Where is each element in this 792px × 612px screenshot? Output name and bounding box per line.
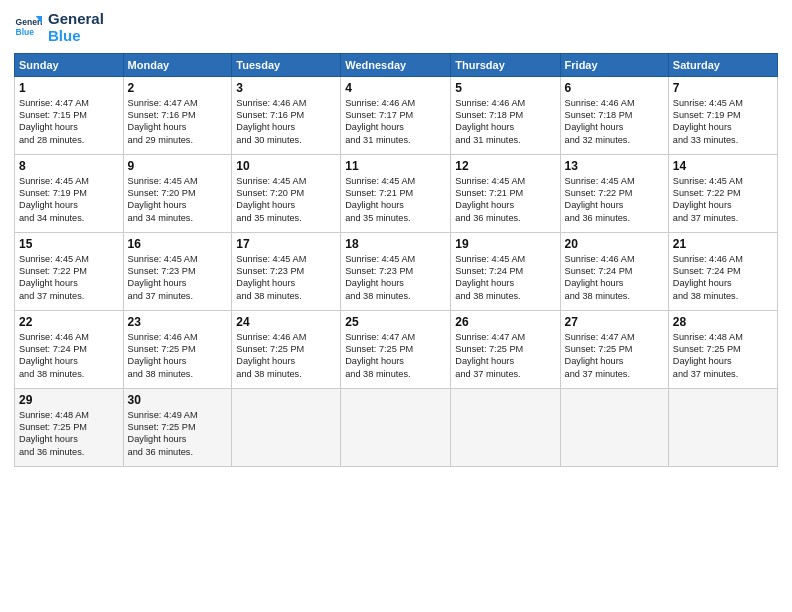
day-info: Sunrise: 4:47 AMSunset: 7:25 PMDaylight … bbox=[565, 331, 664, 381]
calendar-cell: 24Sunrise: 4:46 AMSunset: 7:25 PMDayligh… bbox=[232, 310, 341, 388]
day-number: 18 bbox=[345, 237, 446, 251]
calendar-cell: 28Sunrise: 4:48 AMSunset: 7:25 PMDayligh… bbox=[668, 310, 777, 388]
calendar-cell: 7Sunrise: 4:45 AMSunset: 7:19 PMDaylight… bbox=[668, 76, 777, 154]
day-number: 25 bbox=[345, 315, 446, 329]
calendar-cell: 26Sunrise: 4:47 AMSunset: 7:25 PMDayligh… bbox=[451, 310, 560, 388]
calendar-cell: 9Sunrise: 4:45 AMSunset: 7:20 PMDaylight… bbox=[123, 154, 232, 232]
weekday-thursday: Thursday bbox=[451, 53, 560, 76]
weekday-wednesday: Wednesday bbox=[341, 53, 451, 76]
day-info: Sunrise: 4:45 AMSunset: 7:20 PMDaylight … bbox=[236, 175, 336, 225]
svg-text:General: General bbox=[16, 18, 42, 28]
logo-general: General bbox=[48, 10, 104, 27]
calendar-cell: 5Sunrise: 4:46 AMSunset: 7:18 PMDaylight… bbox=[451, 76, 560, 154]
day-info: Sunrise: 4:46 AMSunset: 7:18 PMDaylight … bbox=[455, 97, 555, 147]
day-info: Sunrise: 4:45 AMSunset: 7:23 PMDaylight … bbox=[128, 253, 228, 303]
calendar-week-2: 8Sunrise: 4:45 AMSunset: 7:19 PMDaylight… bbox=[15, 154, 778, 232]
calendar-cell: 6Sunrise: 4:46 AMSunset: 7:18 PMDaylight… bbox=[560, 76, 668, 154]
day-number: 11 bbox=[345, 159, 446, 173]
calendar-cell: 11Sunrise: 4:45 AMSunset: 7:21 PMDayligh… bbox=[341, 154, 451, 232]
calendar-cell: 27Sunrise: 4:47 AMSunset: 7:25 PMDayligh… bbox=[560, 310, 668, 388]
day-number: 16 bbox=[128, 237, 228, 251]
day-info: Sunrise: 4:45 AMSunset: 7:19 PMDaylight … bbox=[673, 97, 773, 147]
day-info: Sunrise: 4:45 AMSunset: 7:21 PMDaylight … bbox=[345, 175, 446, 225]
day-info: Sunrise: 4:45 AMSunset: 7:22 PMDaylight … bbox=[19, 253, 119, 303]
day-info: Sunrise: 4:45 AMSunset: 7:21 PMDaylight … bbox=[455, 175, 555, 225]
day-number: 7 bbox=[673, 81, 773, 95]
calendar-week-5: 29Sunrise: 4:48 AMSunset: 7:25 PMDayligh… bbox=[15, 388, 778, 466]
calendar-cell bbox=[232, 388, 341, 466]
calendar-week-3: 15Sunrise: 4:45 AMSunset: 7:22 PMDayligh… bbox=[15, 232, 778, 310]
day-info: Sunrise: 4:48 AMSunset: 7:25 PMDaylight … bbox=[19, 409, 119, 459]
weekday-monday: Monday bbox=[123, 53, 232, 76]
calendar-cell: 4Sunrise: 4:46 AMSunset: 7:17 PMDaylight… bbox=[341, 76, 451, 154]
calendar-cell: 22Sunrise: 4:46 AMSunset: 7:24 PMDayligh… bbox=[15, 310, 124, 388]
day-number: 12 bbox=[455, 159, 555, 173]
day-info: Sunrise: 4:46 AMSunset: 7:24 PMDaylight … bbox=[565, 253, 664, 303]
calendar-cell: 29Sunrise: 4:48 AMSunset: 7:25 PMDayligh… bbox=[15, 388, 124, 466]
calendar-cell bbox=[668, 388, 777, 466]
day-number: 4 bbox=[345, 81, 446, 95]
calendar-week-4: 22Sunrise: 4:46 AMSunset: 7:24 PMDayligh… bbox=[15, 310, 778, 388]
calendar-cell: 8Sunrise: 4:45 AMSunset: 7:19 PMDaylight… bbox=[15, 154, 124, 232]
day-number: 28 bbox=[673, 315, 773, 329]
calendar-cell: 21Sunrise: 4:46 AMSunset: 7:24 PMDayligh… bbox=[668, 232, 777, 310]
calendar-cell bbox=[560, 388, 668, 466]
calendar-week-1: 1Sunrise: 4:47 AMSunset: 7:15 PMDaylight… bbox=[15, 76, 778, 154]
day-info: Sunrise: 4:47 AMSunset: 7:25 PMDaylight … bbox=[455, 331, 555, 381]
header: General Blue General Blue bbox=[14, 10, 778, 45]
calendar-cell: 2Sunrise: 4:47 AMSunset: 7:16 PMDaylight… bbox=[123, 76, 232, 154]
day-info: Sunrise: 4:46 AMSunset: 7:17 PMDaylight … bbox=[345, 97, 446, 147]
weekday-saturday: Saturday bbox=[668, 53, 777, 76]
day-info: Sunrise: 4:46 AMSunset: 7:24 PMDaylight … bbox=[19, 331, 119, 381]
calendar-cell: 10Sunrise: 4:45 AMSunset: 7:20 PMDayligh… bbox=[232, 154, 341, 232]
calendar-cell: 3Sunrise: 4:46 AMSunset: 7:16 PMDaylight… bbox=[232, 76, 341, 154]
day-info: Sunrise: 4:46 AMSunset: 7:16 PMDaylight … bbox=[236, 97, 336, 147]
weekday-sunday: Sunday bbox=[15, 53, 124, 76]
calendar-cell: 16Sunrise: 4:45 AMSunset: 7:23 PMDayligh… bbox=[123, 232, 232, 310]
day-info: Sunrise: 4:45 AMSunset: 7:24 PMDaylight … bbox=[455, 253, 555, 303]
day-number: 10 bbox=[236, 159, 336, 173]
day-info: Sunrise: 4:46 AMSunset: 7:18 PMDaylight … bbox=[565, 97, 664, 147]
day-number: 3 bbox=[236, 81, 336, 95]
day-number: 1 bbox=[19, 81, 119, 95]
day-info: Sunrise: 4:45 AMSunset: 7:22 PMDaylight … bbox=[673, 175, 773, 225]
day-info: Sunrise: 4:46 AMSunset: 7:25 PMDaylight … bbox=[128, 331, 228, 381]
calendar-cell: 19Sunrise: 4:45 AMSunset: 7:24 PMDayligh… bbox=[451, 232, 560, 310]
day-number: 21 bbox=[673, 237, 773, 251]
day-number: 6 bbox=[565, 81, 664, 95]
calendar-cell bbox=[341, 388, 451, 466]
day-number: 5 bbox=[455, 81, 555, 95]
calendar-cell: 30Sunrise: 4:49 AMSunset: 7:25 PMDayligh… bbox=[123, 388, 232, 466]
weekday-friday: Friday bbox=[560, 53, 668, 76]
calendar-cell: 12Sunrise: 4:45 AMSunset: 7:21 PMDayligh… bbox=[451, 154, 560, 232]
day-info: Sunrise: 4:45 AMSunset: 7:19 PMDaylight … bbox=[19, 175, 119, 225]
calendar-cell: 1Sunrise: 4:47 AMSunset: 7:15 PMDaylight… bbox=[15, 76, 124, 154]
logo-blue: Blue bbox=[48, 27, 104, 44]
day-info: Sunrise: 4:47 AMSunset: 7:25 PMDaylight … bbox=[345, 331, 446, 381]
calendar-header: SundayMondayTuesdayWednesdayThursdayFrid… bbox=[15, 53, 778, 76]
day-number: 17 bbox=[236, 237, 336, 251]
calendar-cell: 13Sunrise: 4:45 AMSunset: 7:22 PMDayligh… bbox=[560, 154, 668, 232]
calendar-container: General Blue General Blue SundayMondayTu… bbox=[0, 0, 792, 477]
calendar-cell: 23Sunrise: 4:46 AMSunset: 7:25 PMDayligh… bbox=[123, 310, 232, 388]
day-number: 27 bbox=[565, 315, 664, 329]
day-number: 14 bbox=[673, 159, 773, 173]
logo: General Blue General Blue bbox=[14, 10, 104, 45]
day-number: 20 bbox=[565, 237, 664, 251]
calendar-cell bbox=[451, 388, 560, 466]
day-number: 23 bbox=[128, 315, 228, 329]
day-info: Sunrise: 4:48 AMSunset: 7:25 PMDaylight … bbox=[673, 331, 773, 381]
day-number: 29 bbox=[19, 393, 119, 407]
day-info: Sunrise: 4:49 AMSunset: 7:25 PMDaylight … bbox=[128, 409, 228, 459]
day-info: Sunrise: 4:46 AMSunset: 7:25 PMDaylight … bbox=[236, 331, 336, 381]
calendar-table: SundayMondayTuesdayWednesdayThursdayFrid… bbox=[14, 53, 778, 467]
day-number: 19 bbox=[455, 237, 555, 251]
day-info: Sunrise: 4:45 AMSunset: 7:22 PMDaylight … bbox=[565, 175, 664, 225]
calendar-cell: 18Sunrise: 4:45 AMSunset: 7:23 PMDayligh… bbox=[341, 232, 451, 310]
svg-text:Blue: Blue bbox=[16, 27, 35, 37]
calendar-cell: 17Sunrise: 4:45 AMSunset: 7:23 PMDayligh… bbox=[232, 232, 341, 310]
day-number: 13 bbox=[565, 159, 664, 173]
weekday-header-row: SundayMondayTuesdayWednesdayThursdayFrid… bbox=[15, 53, 778, 76]
day-number: 30 bbox=[128, 393, 228, 407]
calendar-cell: 20Sunrise: 4:46 AMSunset: 7:24 PMDayligh… bbox=[560, 232, 668, 310]
